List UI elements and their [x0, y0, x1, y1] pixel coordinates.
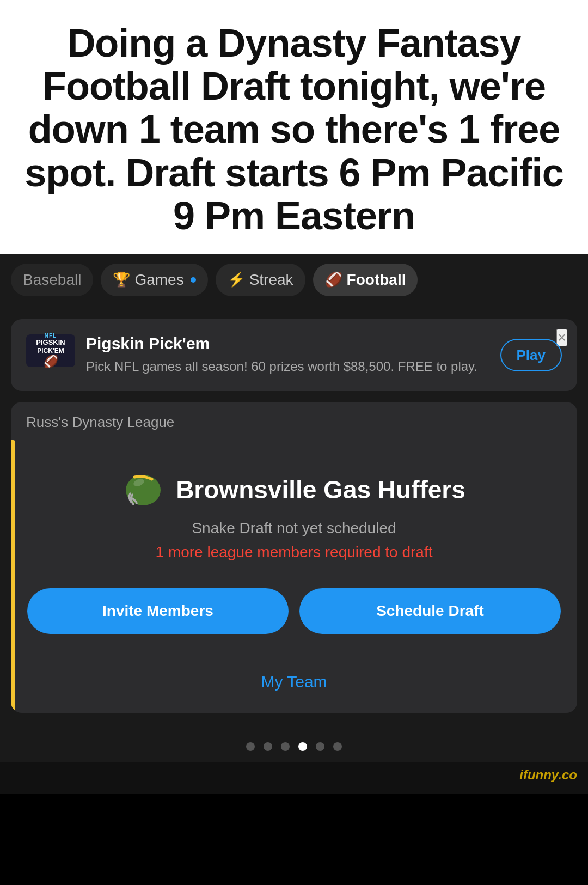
schedule-draft-button[interactable]: Schedule Draft: [299, 588, 561, 634]
games-icon: 🏆: [113, 271, 130, 288]
league-name: Russ's Dynasty League: [11, 402, 577, 443]
team-header: Brownsville Gas Huffers: [122, 471, 465, 509]
pagination-dot-1[interactable]: [246, 742, 255, 751]
draft-status: Snake Draft not yet scheduled: [192, 520, 396, 537]
promo-body: Pigskin Pick'em Pick NFL games all seaso…: [86, 334, 562, 376]
baseball-label: Baseball: [23, 271, 81, 289]
tab-streak[interactable]: ⚡ Streak: [216, 264, 305, 296]
pagination-dot-5[interactable]: [316, 742, 324, 751]
team-helmet-icon: [122, 471, 166, 509]
pagination-dot-4[interactable]: [298, 742, 307, 751]
members-required: 1 more league members required to draft: [156, 544, 433, 561]
promo-logo-pigskin: PIGSKIN: [36, 339, 65, 346]
promo-title: Pigskin Pick'em: [86, 334, 562, 353]
pagination: [0, 726, 588, 762]
main-content: × NFL PIGSKIN PICK'EM 🏈 Pigskin Pick'em …: [0, 306, 588, 726]
football-icon: 🏈: [325, 271, 342, 288]
nav-tabs: Baseball 🏆 Games ⚡ Streak 🏈 Football: [0, 254, 588, 306]
action-buttons: Invite Members Schedule Draft: [27, 588, 561, 634]
streak-icon: ⚡: [228, 271, 245, 288]
invite-members-button[interactable]: Invite Members: [27, 588, 289, 634]
league-body: Brownsville Gas Huffers Snake Draft not …: [11, 443, 577, 713]
football-label: Football: [347, 271, 406, 289]
league-card: Russ's Dynasty League: [11, 402, 577, 713]
tab-football[interactable]: 🏈 Football: [313, 264, 418, 296]
pagination-dot-3[interactable]: [281, 742, 290, 751]
header-section: Doing a Dynasty Fantasy Football Draft t…: [0, 0, 588, 254]
promo-logo-pickem: PICK'EM: [37, 347, 64, 355]
streak-label: Streak: [249, 271, 293, 289]
pagination-dot-6[interactable]: [333, 742, 342, 751]
promo-logo: NFL PIGSKIN PICK'EM 🏈: [26, 334, 75, 367]
watermark: ifunny.co: [0, 762, 588, 794]
games-label: Games: [134, 271, 183, 289]
watermark-text: ifunny.co: [519, 767, 577, 782]
headline: Doing a Dynasty Fantasy Football Draft t…: [16, 22, 572, 237]
promo-card: × NFL PIGSKIN PICK'EM 🏈 Pigskin Pick'em …: [11, 319, 577, 391]
tab-baseball[interactable]: Baseball: [11, 264, 93, 296]
promo-football-emoji: 🏈: [44, 355, 58, 369]
my-team-link[interactable]: My Team: [261, 673, 327, 691]
promo-description: Pick NFL games all season! 60 prizes wor…: [86, 357, 562, 376]
games-dot: [191, 277, 196, 283]
pagination-dot-2[interactable]: [264, 742, 272, 751]
divider: [27, 656, 561, 656]
tab-games[interactable]: 🏆 Games: [101, 264, 207, 296]
play-button[interactable]: Play: [500, 339, 562, 371]
team-name: Brownsville Gas Huffers: [176, 475, 465, 504]
